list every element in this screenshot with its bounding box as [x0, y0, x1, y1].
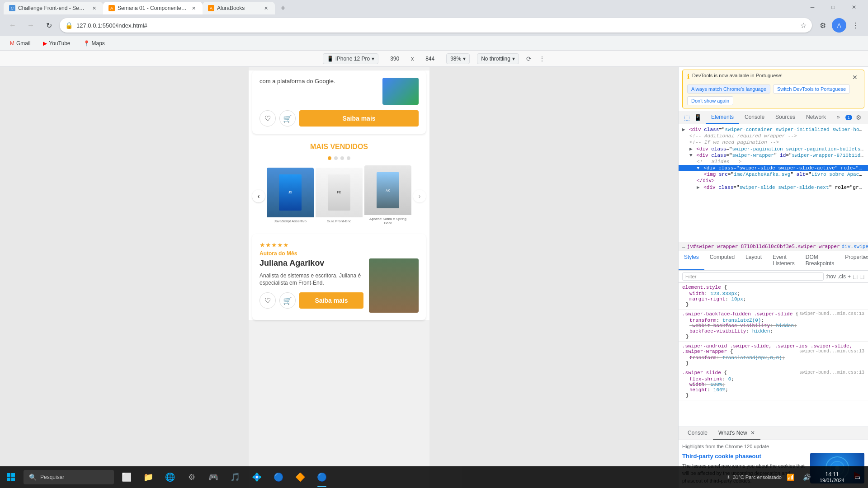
taskbar-clock[interactable]: 14:11 19/01/2024 [816, 469, 848, 485]
bookmark-gmail[interactable]: M Gmail [7, 39, 33, 47]
tab-1-close[interactable]: ✕ [90, 5, 98, 12]
inspect-element-icon[interactable]: ⬚ [682, 113, 691, 122]
collapse-icon[interactable]: ▶ [682, 127, 685, 132]
add-style-button[interactable]: + [848, 273, 851, 280]
back-button[interactable]: ← [5, 18, 20, 33]
bookmark-youtube[interactable]: ▶ YouTube [40, 39, 73, 47]
heart-button[interactable]: ♡ [259, 110, 276, 127]
styles-tab[interactable]: Styles [679, 251, 704, 270]
tab-2[interactable]: A Semana 01 - Componentes ad... ✕ [103, 2, 203, 14]
always-match-button[interactable]: Always match Chrome's language [687, 84, 770, 94]
show-desktop-icon[interactable]: ▭ [850, 470, 864, 484]
style-source-3: swiper-bund...min.css:13 [799, 370, 864, 375]
bookmark-maps[interactable]: 📍 Maps [80, 39, 108, 47]
properties-tab[interactable]: Properties [840, 251, 868, 270]
profile-button[interactable]: A [832, 18, 846, 33]
new-style-rule-icon[interactable]: ⬚ [853, 273, 858, 280]
rotate-icon[interactable]: ⟳ [526, 55, 532, 62]
expand-icon-2[interactable]: ▼ [689, 153, 693, 158]
device-selector[interactable]: 📱 iPhone 12 Pro ▾ [323, 53, 378, 64]
tab-sources[interactable]: Sources [770, 111, 801, 124]
whats-new-close-icon[interactable]: ✕ [750, 430, 755, 436]
tab-elements[interactable]: Elements [706, 111, 739, 124]
hov-button[interactable]: :hov [826, 273, 836, 280]
dot-2[interactable] [334, 156, 338, 160]
close-button[interactable]: ✕ [844, 0, 864, 14]
taskbar-task-view[interactable]: ⬜ [116, 466, 137, 488]
start-button[interactable] [0, 466, 22, 488]
cls-button[interactable]: .cls [838, 273, 846, 280]
taskbar-file-explorer[interactable]: 📁 [137, 466, 159, 488]
dot-1[interactable] [328, 156, 331, 160]
height-input[interactable] [421, 56, 439, 62]
menu-icon[interactable]: ⋮ [848, 18, 863, 33]
taskbar-app-5[interactable]: 🔶 [289, 466, 311, 488]
dom-line-5[interactable]: ▼ <div class="swiper-wrapper" id="swiper… [679, 152, 868, 159]
carousel-next-button[interactable]: › [413, 190, 426, 202]
dom-line-1[interactable]: ▶ <div class="swiper-container swiper-in… [679, 126, 868, 133]
dom-line-10[interactable]: ▶ <div class="swiper-slide swiper-slide-… [679, 184, 868, 191]
breadcrumb-wrapper[interactable]: jv#swiper-wrapper-8710b11d610c0bf3e5.swi… [687, 244, 840, 249]
taskbar-app-1[interactable]: 🎮 [203, 466, 224, 488]
carousel-prev-button[interactable]: ‹ [252, 190, 265, 202]
dot-3[interactable] [340, 156, 344, 160]
width-input[interactable] [386, 56, 404, 62]
expand-icon[interactable]: ▶ [689, 146, 693, 152]
forward-button[interactable]: → [24, 18, 38, 33]
volume-icon[interactable]: 🔊 [800, 470, 814, 484]
tab-2-close[interactable]: ✕ [190, 5, 197, 12]
dom-line-3[interactable]: <!-- If we need pagination --> [679, 139, 868, 145]
device-emulation-icon[interactable]: 📱 [693, 113, 702, 122]
omnibox[interactable]: 🔒 127.0.0.1:5500/index.html# ☆ [60, 18, 812, 33]
event-listeners-tab[interactable]: Event Listeners [767, 251, 800, 270]
tab-3[interactable]: A AluraBooks ✕ [203, 2, 275, 14]
taskbar-app-3[interactable]: 💠 [246, 466, 268, 488]
layout-tab[interactable]: Layout [740, 251, 767, 270]
dont-show-button[interactable]: Don't show again [687, 96, 733, 105]
minimize-button[interactable]: ─ [802, 0, 823, 14]
taskbar-edge[interactable]: 🌐 [159, 466, 181, 488]
dom-line-2[interactable]: <!-- Additional required wrapper --> [679, 133, 868, 139]
taskbar-chrome[interactable]: 🔵 [311, 466, 333, 488]
taskbar-search[interactable]: 🔍 Pesquisar [24, 470, 114, 484]
taskbar-settings[interactable]: ⚙ [181, 466, 203, 488]
bookmark-star-icon[interactable]: ☆ [800, 21, 807, 30]
notification-close-button[interactable]: ✕ [850, 73, 859, 82]
taskbar-app-4[interactable]: 🔵 [268, 466, 289, 488]
switch-devtools-button[interactable]: Switch DevTools to Portuguese [773, 84, 850, 94]
whats-new-tab[interactable]: What's New ✕ [713, 427, 760, 440]
console-tab[interactable]: Console [682, 427, 713, 440]
device-toolbar-more-icon[interactable]: ⋮ [539, 55, 545, 62]
dom-breakpoints-tab[interactable]: DOM Breakpoints [800, 251, 840, 270]
extensions-icon[interactable]: ⚙ [816, 18, 830, 33]
throttle-selector[interactable]: No throttling ▾ [477, 53, 519, 64]
tab-3-close[interactable]: ✕ [262, 5, 269, 12]
tab-console[interactable]: Console [739, 111, 770, 124]
zoom-selector[interactable]: 98% ▾ [446, 53, 470, 64]
reload-button[interactable]: ↻ [42, 18, 56, 33]
dom-line-6[interactable]: <!-- Slides --> [679, 159, 868, 165]
dom-line-9[interactable]: </div> [679, 178, 868, 184]
saiba-mais-button-author[interactable]: Saiba mais [299, 292, 363, 309]
dom-line-4[interactable]: ▶ <div class="swiper-pagination swiper-p… [679, 145, 868, 152]
author-cart-button[interactable]: 🛒 [279, 292, 296, 309]
computed-sidebar-icon[interactable]: ⬚ [859, 273, 864, 280]
dom-line-8[interactable]: <img src="ime/ApacheKafka.svg" alt="Livr… [679, 171, 868, 178]
cart-button[interactable]: 🛒 [279, 110, 296, 127]
taskbar-app-2[interactable]: 🎵 [224, 466, 246, 488]
computed-tab[interactable]: Computed [704, 251, 740, 270]
dot-4[interactable] [347, 156, 350, 160]
network-icon[interactable]: 📶 [783, 470, 798, 484]
dom-line-7[interactable]: ▼ <div class="swiper-slide swiper-slide-… [679, 165, 868, 171]
styles-filter-input[interactable] [682, 272, 824, 281]
new-tab-button[interactable]: + [277, 2, 289, 14]
tab-more[interactable]: » [831, 111, 845, 124]
devtools-more-icon[interactable]: ⋮ [865, 113, 868, 122]
author-heart-button[interactable]: ♡ [259, 292, 276, 309]
settings-icon[interactable]: ⚙ [854, 113, 863, 122]
saiba-mais-button-promo[interactable]: Saiba mais [299, 110, 419, 127]
breadcrumb-active[interactable]: div.swiper-slide.swiper-slide-active [841, 244, 868, 249]
tab-network[interactable]: Network [801, 111, 831, 124]
maximize-button[interactable]: □ [823, 0, 844, 14]
tab-1[interactable]: C Challenge Front-end - Seman... ✕ [4, 2, 103, 14]
